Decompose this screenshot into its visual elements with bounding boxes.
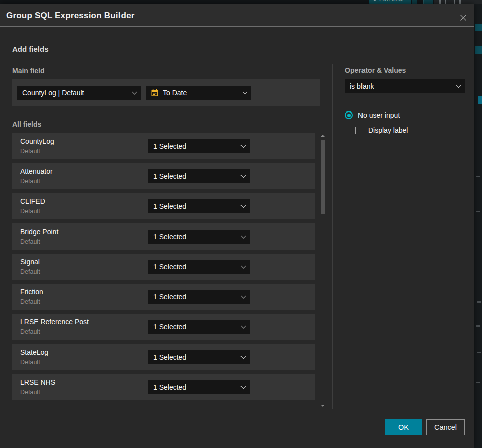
- field-selected-dropdown[interactable]: 1 Selected: [148, 139, 250, 153]
- field-selected-dropdown[interactable]: 1 Selected: [148, 260, 250, 274]
- field-selected-count: 1 Selected: [153, 353, 186, 361]
- pause-bars-icon: [439, 0, 441, 4]
- field-sub: Default: [20, 178, 40, 185]
- field-selected-count: 1 Selected: [153, 263, 186, 271]
- pause-bars-icon: [459, 0, 461, 4]
- field-sub: Default: [20, 389, 40, 396]
- panel-fragment: [476, 325, 480, 327]
- panel-fragment: [476, 176, 480, 177]
- chevron-down-icon: [132, 90, 136, 94]
- field-sub: Default: [20, 238, 40, 245]
- all-fields-label: All fields: [12, 120, 41, 128]
- field-selected-count: 1 Selected: [153, 172, 186, 180]
- field-name: Attenuator: [20, 167, 53, 175]
- panel-fragment: [477, 352, 481, 353]
- operator-values-heading: Operator & Values: [345, 66, 406, 74]
- chevron-down-icon: [241, 384, 245, 388]
- display-label-text: Display label: [368, 126, 408, 134]
- field-row: LRSE NHS Default 1 Selected: [12, 374, 315, 400]
- background-toolbar: Live view: [0, 0, 482, 4]
- field-sub: Default: [20, 359, 40, 366]
- ok-button[interactable]: OK: [385, 419, 422, 435]
- date-type-select[interactable]: To Date: [146, 86, 251, 100]
- panel-fragment: [476, 211, 480, 212]
- radio-selected-icon: [345, 111, 353, 119]
- field-row: Attenuator Default 1 Selected: [12, 163, 315, 189]
- field-row: Signal Default 1 Selected: [12, 254, 315, 280]
- field-selected-count: 1 Selected: [153, 142, 186, 150]
- field-selected-dropdown[interactable]: 1 Selected: [148, 230, 250, 244]
- field-selected-count: 1 Selected: [153, 293, 186, 301]
- panel-fragment: [476, 382, 480, 383]
- field-sub: Default: [20, 148, 40, 155]
- field-selected-count: 1 Selected: [153, 233, 186, 241]
- dialog-title: Group SQL Expression Builder: [6, 4, 135, 27]
- field-sub: Default: [20, 208, 40, 215]
- close-icon[interactable]: [456, 11, 471, 24]
- field-name: CLIFED: [20, 197, 45, 205]
- field-name: CountyLog: [20, 137, 54, 145]
- field-row: CLIFED Default 1 Selected: [12, 193, 315, 219]
- operator-select[interactable]: is blank: [345, 79, 465, 93]
- panel-fragment: [475, 46, 482, 54]
- field-row: LRSE Reference Post Default 1 Selected: [12, 314, 315, 340]
- chevron-down-icon: [241, 294, 245, 298]
- background-side-panel: [474, 4, 482, 448]
- chevron-down-icon: [241, 354, 245, 358]
- no-user-input-radio[interactable]: No user input: [345, 111, 400, 119]
- dialog-titlebar: Group SQL Expression Builder: [0, 4, 474, 27]
- field-row: Friction Default 1 Selected: [12, 284, 315, 310]
- date-type-select-value: To Date: [163, 89, 187, 97]
- scrollbar: [320, 134, 325, 408]
- field-name: LRSE NHS: [20, 378, 55, 386]
- panel-fragment: [478, 96, 482, 104]
- screen: Live view Group SQL Expression Builder: [0, 0, 482, 448]
- all-fields-list: CountyLog Default 1 Selected Attenuator …: [12, 133, 315, 400]
- chevron-down-icon: [241, 324, 245, 328]
- field-selected-dropdown[interactable]: 1 Selected: [148, 320, 250, 334]
- main-field-select[interactable]: CountyLog | Default: [17, 86, 141, 100]
- main-field-label: Main field: [12, 67, 45, 75]
- chevron-down-icon: [241, 203, 245, 207]
- toolbar-fragment: [434, 0, 482, 4]
- field-sub: Default: [20, 268, 40, 275]
- field-selected-dropdown[interactable]: 1 Selected: [148, 199, 250, 213]
- field-selected-count: 1 Selected: [153, 202, 186, 210]
- field-name: StateLog: [20, 348, 48, 356]
- chevron-down-icon: [241, 143, 245, 147]
- field-selected-dropdown[interactable]: 1 Selected: [148, 290, 250, 304]
- panel-fragment: [477, 301, 481, 303]
- field-sub: Default: [20, 328, 40, 335]
- field-name: LRSE Reference Post: [20, 318, 89, 326]
- no-user-input-label: No user input: [358, 111, 400, 119]
- field-name: Signal: [20, 258, 40, 266]
- toolbar-fragment: [412, 0, 417, 4]
- field-row: CountyLog Default 1 Selected: [12, 133, 315, 159]
- scrollbar-thumb[interactable]: [321, 140, 325, 214]
- display-label-checkbox[interactable]: Display label: [355, 126, 408, 134]
- field-row: StateLog Default 1 Selected: [12, 344, 315, 370]
- group-sql-expression-builder-dialog: Group SQL Expression Builder Add fields …: [0, 4, 474, 448]
- field-name: Friction: [20, 288, 43, 296]
- chevron-down-icon: [243, 90, 247, 94]
- field-selected-count: 1 Selected: [153, 383, 186, 391]
- cancel-button[interactable]: Cancel: [426, 419, 465, 435]
- field-sub: Default: [20, 298, 40, 305]
- field-selected-dropdown[interactable]: 1 Selected: [148, 169, 250, 183]
- field-selected-dropdown[interactable]: 1 Selected: [148, 350, 250, 364]
- toolbar-fragment: [423, 0, 433, 4]
- chevron-down-icon: [241, 173, 245, 177]
- pause-bars-icon: [445, 0, 446, 4]
- live-view-label: Live view: [379, 0, 403, 2]
- panel-divider: [332, 64, 333, 409]
- scroll-up-icon[interactable]: [321, 134, 325, 138]
- scroll-down-icon[interactable]: [321, 404, 325, 408]
- add-fields-heading: Add fields: [12, 45, 49, 53]
- main-field-box: CountyLog | Default To Date: [12, 79, 320, 106]
- checkbox-unchecked-icon: [355, 127, 363, 134]
- chevron-down-icon: [241, 264, 245, 268]
- main-field-select-value: CountyLog | Default: [22, 89, 84, 97]
- field-selected-dropdown[interactable]: 1 Selected: [148, 380, 250, 394]
- chevron-down-icon: [241, 234, 245, 238]
- calendar-date-icon: [151, 89, 159, 97]
